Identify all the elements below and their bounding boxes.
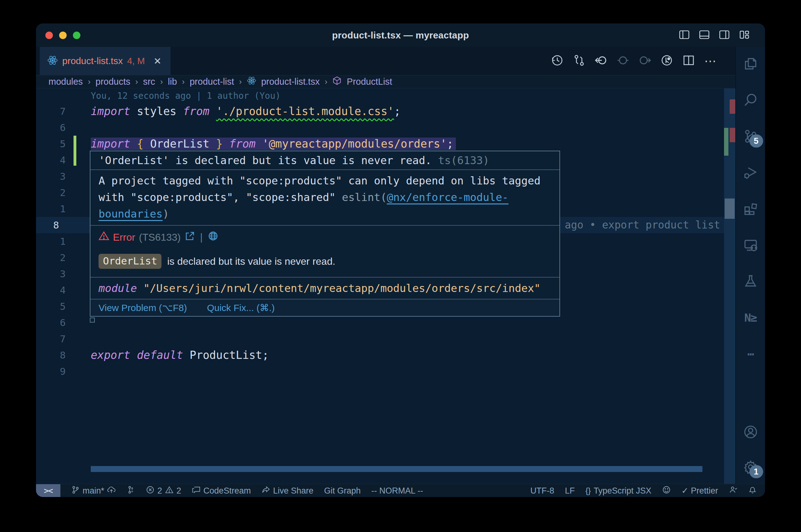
symbol-cube-icon — [332, 76, 342, 88]
git-added-mark — [724, 128, 728, 156]
vscode-window: product-list.tsx — myreactapp product-li… — [36, 23, 765, 497]
line-number: 4 — [36, 152, 66, 168]
language-mode-item[interactable]: {} TypeScript JSX — [585, 486, 652, 496]
code-token: ; — [262, 349, 269, 361]
breadcrumb-item[interactable]: lib — [168, 77, 177, 87]
account-icon[interactable] — [743, 424, 758, 439]
line-number: 3 — [36, 266, 66, 282]
breadcrumb-item[interactable]: products — [95, 77, 130, 87]
code-editor[interactable]: You, 12 seconds ago | 1 author (You) 765… — [36, 89, 735, 484]
git-modified-gutter-bar — [74, 136, 76, 166]
braces-icon: {} — [585, 486, 591, 496]
gitlens-inline-blame: ago • export product list … — [565, 217, 732, 233]
explorer-icon[interactable] — [743, 56, 758, 71]
scm-badge: 5 — [749, 134, 763, 148]
tab-product-list[interactable]: product-list.tsx 4, M ✕ — [40, 47, 170, 75]
timeline-icon[interactable] — [551, 54, 564, 68]
code-token: ; — [394, 105, 401, 117]
toggle-secondary-sidebar-icon[interactable] — [719, 29, 730, 42]
error-hover-popup: 'OrderList' is declared but its value is… — [90, 151, 560, 317]
error-mark — [730, 99, 735, 114]
navigate-back-icon[interactable] — [595, 54, 607, 68]
eslint-rule-link[interactable]: @nx/enforce-module- — [387, 191, 508, 204]
vim-mode-indicator[interactable]: -- NORMAL -- — [371, 486, 423, 496]
encoding-item[interactable]: UTF-8 — [530, 486, 554, 496]
error-mark — [730, 128, 735, 142]
current-line-number: 8 — [53, 217, 72, 233]
gitlens-blame-annotation: You, 12 seconds ago | 1 author (You) — [91, 90, 281, 102]
nav-prev-icon[interactable] — [617, 54, 629, 68]
popup-footer: View Problem (⌥F8) Quick Fix... (⌘.) — [90, 299, 560, 316]
code-line: import styles from './product-list.modul… — [91, 103, 401, 119]
tab-close-icon[interactable]: ✕ — [153, 56, 161, 66]
breadcrumb-item[interactable]: product-list — [189, 77, 234, 87]
popup-resize-handle[interactable] — [90, 318, 95, 323]
code-token: export — [91, 349, 137, 361]
line-number: 5 — [36, 298, 66, 315]
popup-eslint-message: A project tagged with "scope:products" c… — [90, 169, 560, 225]
line-number: 6 — [36, 315, 66, 331]
more-actions-icon[interactable]: ⋯ — [704, 54, 717, 68]
code-token: { — [137, 137, 150, 150]
ts-error-code: ts(6133) — [438, 154, 489, 167]
editor-actions: ⋯ — [551, 47, 717, 75]
react-file-icon — [247, 76, 256, 88]
tab-label: product-list.tsx — [62, 56, 123, 66]
breadcrumb-item[interactable]: src — [143, 77, 155, 87]
remote-indicator[interactable]: >< — [36, 484, 60, 497]
toggle-primary-sidebar-icon[interactable] — [679, 29, 690, 42]
accounts-person-item[interactable] — [729, 486, 738, 496]
git-branch-item[interactable]: main* — [71, 486, 116, 496]
eslint-rule-link[interactable]: boundaries — [98, 208, 163, 220]
code-line: export default ProductList; — [91, 347, 269, 363]
feedback-smiley-item[interactable] — [662, 486, 671, 496]
run-debug-icon[interactable] — [743, 165, 758, 180]
nx-console-icon[interactable]: N≥ — [743, 310, 758, 325]
line-number: 4 — [36, 282, 66, 298]
git-refs-item[interactable] — [126, 486, 135, 496]
code-token: import — [91, 105, 137, 117]
problems-item[interactable]: 2 2 — [146, 486, 181, 496]
git-compare-icon[interactable] — [573, 54, 585, 68]
extensions-icon[interactable] — [743, 201, 758, 216]
notifications-bell-item[interactable] — [748, 486, 757, 496]
popup-module-path: module "/Users/juri/nrwl/content/myreact… — [90, 277, 560, 299]
eslint-source: eslint( — [342, 191, 387, 204]
git-graph-item[interactable]: Git Graph — [324, 486, 361, 496]
line-number: 9 — [36, 363, 66, 379]
smiley-icon — [662, 486, 671, 496]
eol-item[interactable]: LF — [565, 486, 575, 496]
open-external-icon[interactable] — [185, 231, 195, 244]
person-icon — [729, 486, 738, 496]
breadcrumb-item[interactable]: product-list.tsx — [261, 77, 320, 87]
vertical-scrollbar-slider[interactable] — [725, 198, 735, 219]
react-file-icon — [47, 55, 58, 67]
source-control-icon[interactable]: 5 — [743, 129, 758, 144]
breadcrumb-item[interactable]: ProductList — [347, 77, 392, 87]
quick-fix-link[interactable]: Quick Fix... (⌘.) — [207, 302, 275, 313]
breadcrumb-item[interactable]: modules — [49, 77, 83, 87]
codestream-item[interactable]: CodeStream — [192, 486, 251, 496]
view-problem-link[interactable]: View Problem (⌥F8) — [98, 302, 187, 313]
settings-badge: 1 — [749, 465, 763, 478]
horizontal-scrollbar-slider[interactable] — [91, 466, 703, 472]
window-title: product-list.tsx — myreactapp — [36, 23, 765, 47]
run-debug-icon[interactable] — [660, 54, 673, 68]
customize-layout-icon[interactable] — [739, 29, 750, 42]
line-number: 7 — [36, 331, 66, 347]
toggle-panel-icon[interactable] — [699, 29, 710, 42]
status-bar: >< main* 2 2 CodeStream Live Share Git G… — [36, 484, 765, 497]
line-number: 8 — [36, 347, 66, 363]
globe-icon[interactable] — [208, 231, 218, 244]
additional-views-icon[interactable]: ⋯ — [743, 346, 758, 361]
live-share-item[interactable]: Live Share — [261, 486, 313, 496]
overview-ruler[interactable] — [724, 89, 735, 484]
code-token: import — [91, 137, 137, 150]
search-icon[interactable] — [743, 93, 758, 108]
testing-beaker-icon[interactable] — [743, 274, 758, 289]
prettier-item[interactable]: ✓ Prettier — [681, 486, 718, 496]
remote-explorer-icon[interactable] — [743, 238, 758, 252]
split-editor-icon[interactable] — [682, 54, 695, 68]
nav-next-icon[interactable] — [639, 54, 651, 68]
settings-gear-icon[interactable]: 1 — [743, 459, 758, 474]
